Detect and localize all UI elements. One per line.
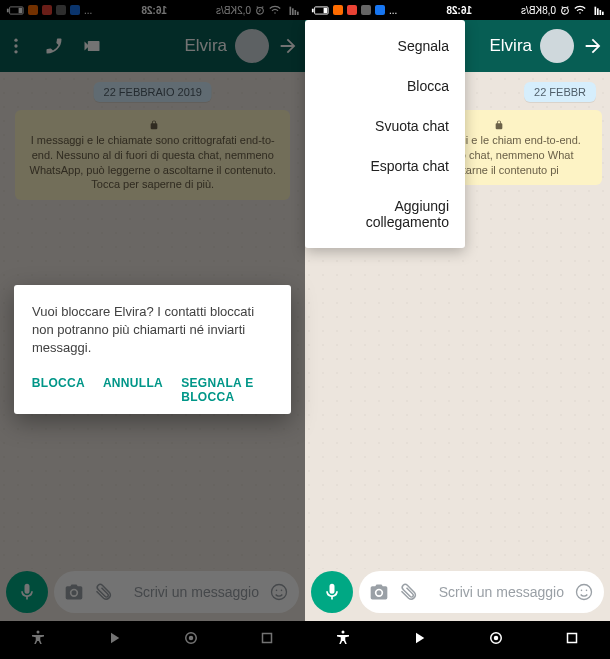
lock-icon	[494, 119, 504, 129]
dialog-block-button[interactable]: BLOCCA	[32, 376, 85, 404]
svg-point-14	[581, 590, 583, 592]
avatar[interactable]	[540, 29, 574, 63]
svg-rect-2	[597, 8, 599, 15]
svg-rect-0	[602, 12, 604, 15]
notif-icon	[375, 5, 385, 15]
svg-point-17	[493, 636, 498, 641]
block-confirm-dialog: Vuoi bloccare Elvira? I contatti bloccat…	[14, 285, 291, 414]
nav-accessibility-icon[interactable]	[334, 629, 352, 651]
dialog-message: Vuoi bloccare Elvira? I contatti bloccat…	[32, 303, 273, 358]
date-badge: 22 FEBBR	[524, 82, 596, 102]
nav-back-icon[interactable]	[410, 629, 428, 651]
svg-rect-7	[312, 8, 314, 12]
screenshot-pane-dialog: 0,2KB/s 16:28 ... Elvira	[0, 0, 305, 659]
android-nav-bar	[305, 621, 610, 659]
notif-icon	[333, 5, 343, 15]
svg-point-18	[342, 631, 345, 634]
alarm-icon	[560, 5, 570, 15]
signal-icon	[590, 5, 604, 15]
status-bar: 0,8KB/s 16:28 ...	[305, 0, 610, 20]
svg-rect-3	[595, 7, 597, 15]
emoji-icon[interactable]	[574, 582, 594, 602]
nav-recent-icon[interactable]	[563, 629, 581, 651]
status-time: 16:28	[403, 5, 515, 16]
menu-item-report[interactable]: Segnala	[305, 26, 465, 66]
menu-item-block[interactable]: Blocca	[305, 66, 465, 106]
camera-icon[interactable]	[369, 582, 389, 602]
screenshot-pane-menu: 0,8KB/s 16:28 ... Elvira	[305, 0, 610, 659]
dialog-cancel-button[interactable]: ANNULLA	[103, 376, 163, 404]
svg-point-12	[577, 585, 592, 600]
mic-button[interactable]	[311, 571, 353, 613]
menu-item-clear[interactable]: Svuota chat	[305, 106, 465, 146]
attach-icon[interactable]	[399, 582, 419, 602]
dialog-report-block-button[interactable]: SEGNALA E BLOCCA	[181, 376, 273, 404]
battery-icon	[311, 6, 329, 15]
svg-rect-15	[567, 634, 576, 643]
menu-item-shortcut[interactable]: Aggiungi collegamento	[305, 186, 465, 242]
wifi-icon	[574, 5, 586, 15]
notif-icon	[347, 5, 357, 15]
composer-bar: Scrivi un messaggio	[305, 569, 610, 621]
overflow-menu: Segnala Blocca Svuota chat Esporta chat …	[305, 20, 465, 248]
nav-home-icon[interactable]	[487, 629, 505, 651]
back-icon[interactable]	[582, 35, 604, 57]
message-input[interactable]: Scrivi un messaggio	[359, 571, 604, 613]
menu-item-export[interactable]: Esporta chat	[305, 146, 465, 186]
svg-point-13	[586, 590, 588, 592]
notif-icon	[361, 5, 371, 15]
svg-point-4	[579, 12, 581, 14]
svg-rect-1	[600, 10, 602, 15]
network-speed: 0,8KB/s	[521, 5, 556, 16]
svg-rect-8	[324, 7, 328, 12]
message-placeholder: Scrivi un messaggio	[429, 584, 564, 600]
